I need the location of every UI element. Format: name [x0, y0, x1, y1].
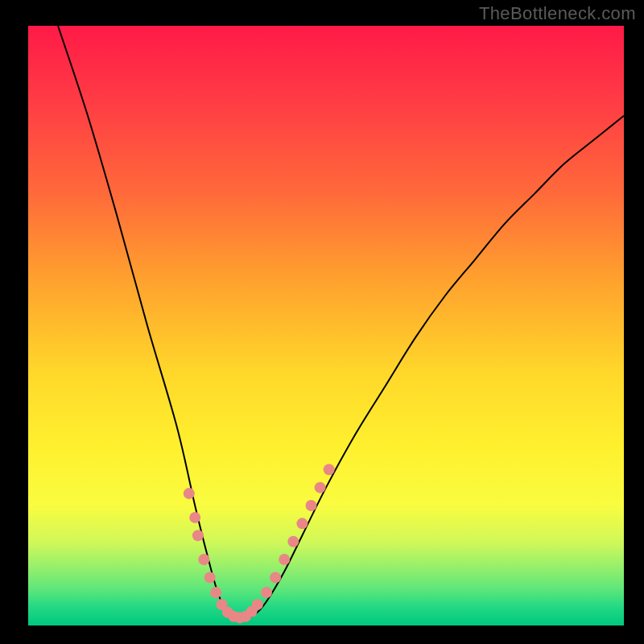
data-marker: [324, 464, 335, 475]
data-marker: [204, 572, 216, 583]
plot-area: [28, 26, 624, 625]
data-marker: [210, 587, 221, 598]
data-marker: [306, 500, 317, 511]
data-marker: [189, 512, 200, 523]
data-marker: [198, 554, 209, 565]
data-marker: [270, 572, 281, 583]
data-marker: [192, 530, 204, 541]
data-marker: [296, 518, 308, 529]
data-marker: [261, 587, 272, 598]
marker-group: [184, 464, 335, 623]
watermark-text: TheBottleneck.com: [479, 3, 636, 24]
data-marker: [315, 482, 326, 493]
data-marker: [279, 554, 290, 565]
chart-frame: TheBottleneck.com: [0, 0, 644, 644]
data-marker: [287, 536, 299, 547]
bottleneck-curve: [58, 26, 624, 619]
data-marker: [184, 488, 195, 499]
data-marker: [252, 599, 263, 610]
chart-svg: [28, 26, 624, 625]
